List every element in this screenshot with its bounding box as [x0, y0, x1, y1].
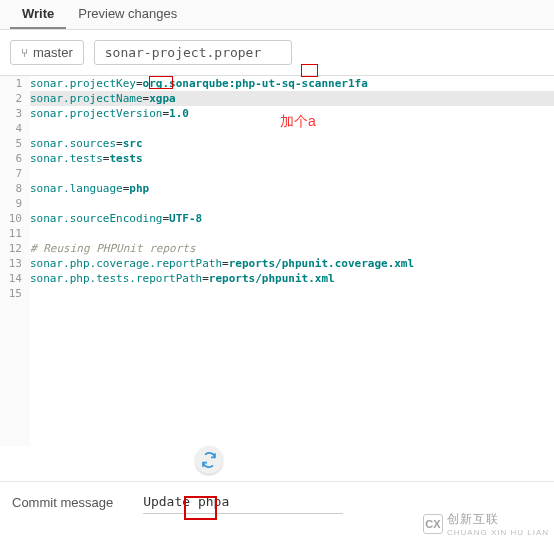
- refresh-button[interactable]: [195, 446, 223, 474]
- logo-text: 创新互联 CHUANG XIN HU LIAN: [447, 511, 549, 537]
- code-editor[interactable]: 123456789101112131415 sonar.projectKey=o…: [0, 76, 554, 446]
- code-line[interactable]: sonar.language=php: [30, 181, 554, 196]
- tab-preview[interactable]: Preview changes: [66, 0, 189, 29]
- code-line[interactable]: [30, 166, 554, 181]
- line-number: 13: [0, 256, 22, 271]
- line-number: 15: [0, 286, 22, 301]
- commit-message-label: Commit message: [12, 495, 113, 510]
- annotation-text: 加个a: [280, 113, 316, 131]
- code-line[interactable]: [30, 286, 554, 301]
- code-line[interactable]: sonar.tests=tests: [30, 151, 554, 166]
- code-line[interactable]: sonar.sourceEncoding=UTF-8: [30, 211, 554, 226]
- line-number: 3: [0, 106, 22, 121]
- code-line[interactable]: sonar.projectName=xgpa: [30, 91, 554, 106]
- line-number: 11: [0, 226, 22, 241]
- logo-badge: CX: [423, 514, 443, 534]
- line-number: 10: [0, 211, 22, 226]
- code-line[interactable]: sonar.projectKey=org.sonarqube:php-ut-sq…: [30, 76, 554, 91]
- editor-tabs: Write Preview changes: [0, 0, 554, 30]
- line-number: 9: [0, 196, 22, 211]
- editor-toolbar: ⑂ master sonar-project.proper: [0, 30, 554, 76]
- tab-write[interactable]: Write: [10, 0, 66, 29]
- branch-selector[interactable]: ⑂ master: [10, 40, 84, 65]
- line-number: 4: [0, 121, 22, 136]
- line-number: 7: [0, 166, 22, 181]
- branch-name: master: [33, 45, 73, 60]
- code-line[interactable]: sonar.php.tests.reportPath=reports/phpun…: [30, 271, 554, 286]
- watermark-logo: CX 创新互联 CHUANG XIN HU LIAN: [423, 511, 549, 537]
- git-branch-icon: ⑂: [21, 46, 28, 60]
- line-number: 1: [0, 76, 22, 91]
- highlight-box-1: [301, 64, 318, 77]
- line-number: 6: [0, 151, 22, 166]
- line-number: 14: [0, 271, 22, 286]
- code-line[interactable]: [30, 226, 554, 241]
- line-number: 2: [0, 91, 22, 106]
- code-line[interactable]: sonar.php.coverage.reportPath=reports/ph…: [30, 256, 554, 271]
- refresh-icon: [201, 452, 217, 468]
- code-content[interactable]: sonar.projectKey=org.sonarqube:php-ut-sq…: [30, 76, 554, 446]
- line-number: 8: [0, 181, 22, 196]
- highlight-box-2: [149, 76, 173, 89]
- line-number: 5: [0, 136, 22, 151]
- line-number-gutter: 123456789101112131415: [0, 76, 30, 446]
- filename-display: sonar-project.proper: [94, 40, 293, 65]
- line-number: 12: [0, 241, 22, 256]
- highlight-box-3: [184, 496, 217, 520]
- code-line[interactable]: # Reusing PHPUnit reports: [30, 241, 554, 256]
- commit-message-input[interactable]: [143, 490, 343, 514]
- code-line[interactable]: sonar.sources=src: [30, 136, 554, 151]
- code-line[interactable]: [30, 196, 554, 211]
